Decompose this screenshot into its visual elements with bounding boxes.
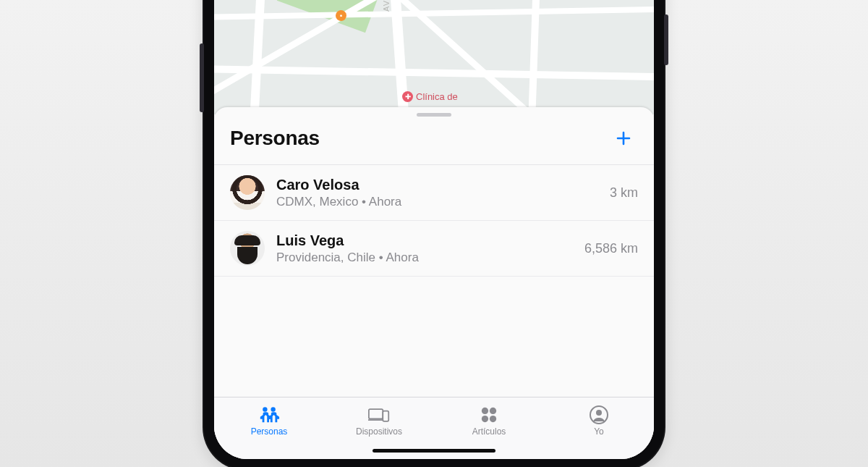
person-circle-icon xyxy=(588,405,610,424)
person-distance: 3 km xyxy=(610,185,638,201)
svg-point-1 xyxy=(271,407,275,411)
plus-icon: ✚ xyxy=(402,91,413,102)
street-label: AVENIDA INSURGEN xyxy=(382,0,391,12)
person-row[interactable]: Luis Vega Providencia, Chile • Ahora 6,5… xyxy=(214,221,654,277)
person-name: Luis Vega xyxy=(276,232,573,249)
road xyxy=(214,65,654,81)
person-distance: 6,586 km xyxy=(584,241,638,256)
avatar xyxy=(230,175,265,210)
separator: • xyxy=(362,195,366,209)
devices-icon xyxy=(368,405,390,424)
tab-label: Dispositivos xyxy=(356,426,402,437)
person-time: Ahora xyxy=(386,251,419,264)
tab-yo[interactable]: Yo xyxy=(544,397,654,445)
svg-point-6 xyxy=(482,416,488,422)
add-person-button[interactable] xyxy=(609,124,638,153)
person-subtitle: Providencia, Chile • Ahora xyxy=(276,251,573,265)
items-icon xyxy=(478,405,500,424)
side-button-right xyxy=(664,14,668,65)
sheet-title: Personas xyxy=(230,127,320,150)
svg-rect-3 xyxy=(383,411,388,421)
tab-label: Yo xyxy=(594,426,604,437)
tab-label: Artículos xyxy=(472,426,506,437)
map-poi-hospital[interactable]: ✚Clínica de xyxy=(402,91,458,102)
separator: • xyxy=(379,251,383,264)
side-button-left xyxy=(200,43,204,112)
tab-dispositivos[interactable]: Dispositivos xyxy=(324,397,434,445)
person-row[interactable]: Caro Velosa CDMX, Mexico • Ahora 3 km xyxy=(214,165,654,221)
bottom-sheet: Personas Caro Velosa CDMX, Mexico • Ahor… xyxy=(214,107,654,459)
person-name: Caro Velosa xyxy=(276,177,598,193)
people-icon xyxy=(258,405,280,424)
poi-label: Clínica de xyxy=(416,91,458,102)
svg-point-9 xyxy=(596,410,602,416)
plus-icon xyxy=(615,130,632,147)
phone-frame: CALLE ALABAMA AVENIDA INSURGEN CALLE KAN… xyxy=(203,0,665,467)
tab-label: Personas xyxy=(251,426,288,437)
person-subtitle: CDMX, Mexico • Ahora xyxy=(276,195,598,209)
svg-point-0 xyxy=(263,407,267,411)
person-info: Luis Vega Providencia, Chile • Ahora xyxy=(276,232,573,265)
person-location: Providencia, Chile xyxy=(276,251,375,264)
screen: CALLE ALABAMA AVENIDA INSURGEN CALLE KAN… xyxy=(214,0,654,459)
map-view[interactable]: CALLE ALABAMA AVENIDA INSURGEN CALLE KAN… xyxy=(214,0,654,114)
svg-point-5 xyxy=(490,408,496,414)
home-indicator[interactable] xyxy=(373,449,495,453)
svg-rect-2 xyxy=(369,409,383,418)
avatar xyxy=(230,231,265,266)
svg-point-7 xyxy=(490,416,496,422)
person-info: Caro Velosa CDMX, Mexico • Ahora xyxy=(276,177,598,209)
person-location: CDMX, Mexico xyxy=(276,195,358,209)
sheet-grabber[interactable] xyxy=(417,113,451,117)
svg-point-4 xyxy=(482,408,488,414)
tab-personas[interactable]: Personas xyxy=(214,397,324,445)
sheet-header: Personas xyxy=(214,119,654,165)
tab-articulos[interactable]: Artículos xyxy=(434,397,544,445)
people-list: Caro Velosa CDMX, Mexico • Ahora 3 km Lu… xyxy=(214,165,654,397)
road xyxy=(526,0,543,114)
person-time: Ahora xyxy=(369,195,401,209)
road xyxy=(214,6,654,20)
